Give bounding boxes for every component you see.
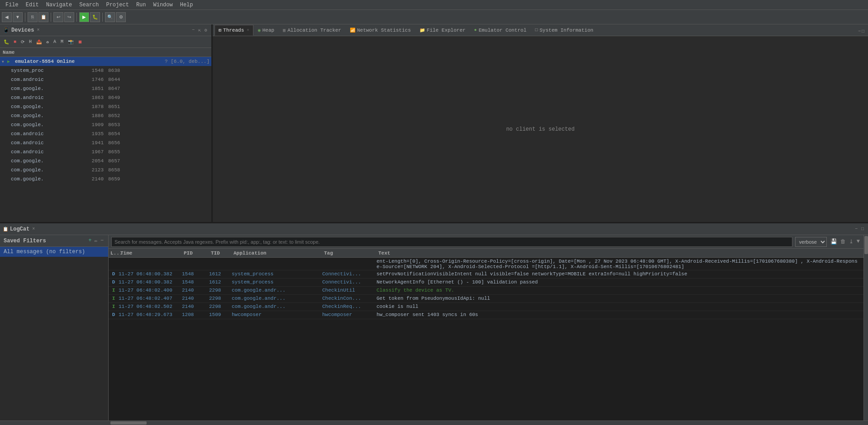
process-row-7[interactable]: com.androic 1935 8654 (0, 129, 211, 138)
tab-emulator-control[interactable]: ● Emulator Control (470, 25, 531, 36)
devices-list[interactable]: ▼ ▶ emulator-5554 Online ? [6.0, deb...]… (0, 57, 211, 222)
toolbar-paste-btn[interactable]: 📋 (38, 12, 48, 22)
process-row-5[interactable]: com.google. 1886 8652 (0, 111, 211, 120)
logcat-col-app: Application (232, 250, 322, 256)
log-text-6: hw_composer sent 1403 syncs in 60s (377, 312, 863, 317)
process-row-1[interactable]: com.androic 1746 8644 (0, 75, 211, 84)
process-pid-0: 1548 (81, 68, 108, 73)
menu-edit[interactable]: Edit (22, 1, 43, 9)
toolbar-copy-btn[interactable]: ⎘ (28, 12, 38, 22)
process-row-0[interactable]: system_proc 1548 8638 (0, 66, 211, 75)
toolbar-dropdown-btn[interactable]: ▼ (13, 12, 23, 22)
devices-expand-icon[interactable]: ⇱ (197, 27, 202, 33)
stop-process-btn[interactable]: ■ (12, 38, 18, 45)
process-port-10: 8657 (108, 158, 135, 164)
cause-gc-btn[interactable]: ♻ (44, 38, 51, 46)
saved-filters-header: Saved Filters + ✏ − (0, 235, 108, 247)
log-row-5[interactable]: I 11-27 06:48:02.502 2140 2298 com.googl… (109, 303, 863, 311)
update-heap-btn[interactable]: H (27, 38, 33, 45)
delete-filter-btn[interactable]: − (100, 237, 105, 244)
tab-threads-close[interactable]: × (247, 28, 249, 33)
log-row-4[interactable]: I 11-27 06:48:02.407 2140 2298 com.googl… (109, 295, 863, 303)
process-row-8[interactable]: com.androic 1941 8656 (0, 138, 211, 147)
debug-btn[interactable]: 🐛 (2, 38, 11, 46)
toolbar-settings-btn[interactable]: ⚙ (116, 12, 126, 22)
ddms-minimize-icon[interactable]: − (858, 29, 861, 34)
logcat-clear-icon[interactable]: 🗑 (839, 237, 847, 246)
method-profiling-btn[interactable]: M (59, 38, 65, 45)
menu-search[interactable]: Search (76, 1, 102, 9)
process-row-4[interactable]: com.google. 1878 8651 (0, 102, 211, 111)
allocation-btn[interactable]: A (52, 38, 58, 45)
process-row-2[interactable]: com.google. 1851 8647 (0, 84, 211, 93)
logcat-scrollbar[interactable] (863, 235, 868, 420)
tab-allocation[interactable]: ▦ Allocation Tracker (279, 25, 345, 36)
process-row-11[interactable]: com.google. 2123 8658 (0, 165, 211, 175)
process-name-1: com.androic (11, 77, 81, 82)
toolbar-debug-btn[interactable]: 🐛 (90, 12, 100, 22)
process-pid-3: 1863 (81, 95, 108, 100)
log-app-2: system_process (232, 279, 322, 285)
devices-panel-title: Devices (11, 27, 34, 33)
log-row-1[interactable]: D 11-27 06:48:00.382 1548 1612 system_pr… (109, 270, 863, 279)
device-expand-icon[interactable]: ▼ (2, 60, 7, 64)
logcat-scrollbar-thumb[interactable] (864, 236, 868, 254)
toolbar-undo-btn[interactable]: ↩ (53, 12, 63, 22)
logcat-window-maximize-icon[interactable]: □ (860, 226, 865, 232)
logcat-filter-icon[interactable]: ▼ (856, 237, 861, 246)
devices-close-btn[interactable]: × (37, 28, 39, 33)
add-filter-btn[interactable]: + (87, 237, 92, 244)
process-name-4: com.google. (11, 104, 81, 109)
toggle-display-btn[interactable]: 📸 (66, 38, 75, 46)
logcat-horizontal-scrollbar[interactable] (0, 420, 868, 425)
menu-file[interactable]: File (2, 1, 22, 9)
menu-window[interactable]: Window (149, 1, 176, 9)
dump-hprof-btn[interactable]: 📤 (34, 38, 43, 46)
process-row-6[interactable]: com.google. 1909 8653 (0, 120, 211, 129)
logcat-rows[interactable]: ent-Length=[0], Cross-Origin-Resource-Po… (109, 258, 863, 420)
devices-columns: Name (0, 48, 211, 57)
log-row-multiline-top[interactable]: ent-Length=[0], Cross-Origin-Resource-Po… (109, 258, 863, 270)
edit-filter-btn[interactable]: ✏ (94, 237, 99, 244)
menu-help[interactable]: Help (176, 1, 197, 9)
process-row-3[interactable]: com.androic 1863 8649 (0, 93, 211, 102)
ddms-maximize-icon[interactable]: □ (862, 29, 864, 34)
toolbar-search-btn[interactable]: 🔍 (105, 12, 115, 22)
logcat-verbose-select[interactable]: verbose debug info warn error (795, 237, 827, 247)
tab-heap[interactable]: ◉ Heap (254, 25, 278, 36)
log-row-6[interactable]: D 11-27 06:48:29.673 1208 1509 hwcompose… (109, 311, 863, 319)
log-row-2[interactable]: D 11-27 06:48:00.382 1548 1612 system_pr… (109, 279, 863, 287)
logcat-window-minimize-icon[interactable]: − (854, 226, 859, 232)
menu-project[interactable]: Project (102, 1, 132, 9)
process-row-10[interactable]: com.google. 2054 8657 (0, 156, 211, 165)
logcat-scroll-icon[interactable]: ⤓ (848, 237, 854, 246)
tab-system-info[interactable]: □ System Information (531, 25, 597, 36)
logcat-toolbar-icons: 💾 🗑 ⤓ ▼ (830, 237, 861, 246)
log-pid-4: 2140 (182, 295, 209, 301)
log-time-4: 11-27 06:48:02.407 (119, 295, 182, 301)
update-threads-btn[interactable]: ⟳ (19, 38, 26, 46)
logcat-close-btn[interactable]: × (32, 227, 35, 231)
devices-gear-icon[interactable]: ⚙ (203, 27, 209, 33)
tab-network[interactable]: 📶 Network Statistics (346, 25, 415, 36)
tab-threads[interactable]: ⊞ Threads × (215, 25, 253, 36)
stop-debug-btn[interactable]: ⏹ (76, 38, 84, 46)
process-pid-10: 2054 (81, 158, 108, 164)
devices-minimize-icon[interactable]: − (191, 27, 196, 33)
logcat-search-bar: verbose debug info warn error 💾 🗑 ⤓ ▼ (109, 235, 863, 249)
logcat-save-icon[interactable]: 💾 (830, 237, 838, 246)
log-tid-3: 2298 (209, 287, 232, 293)
tab-file-explorer[interactable]: 📁 File Explorer (415, 25, 470, 36)
process-row-12[interactable]: com.google. 2140 8659 (0, 175, 211, 184)
toolbar-redo-btn[interactable]: ↪ (64, 12, 74, 22)
menu-run[interactable]: Run (133, 1, 150, 9)
device-emulator-row[interactable]: ▼ ▶ emulator-5554 Online ? [6.0, deb...] (0, 57, 211, 66)
menu-navigate[interactable]: Navigate (43, 1, 76, 9)
process-row-9[interactable]: com.androic 1967 8655 (0, 147, 211, 156)
log-row-3[interactable]: I 11-27 06:48:02.400 2140 2298 com.googl… (109, 287, 863, 295)
logcat-search-input[interactable] (111, 237, 792, 247)
filter-all-messages[interactable]: All messages (no filters) (0, 247, 108, 257)
toolbar-back-btn[interactable]: ◀ (2, 12, 12, 22)
toolbar-build-btn[interactable]: ▶ (79, 12, 89, 22)
logcat-hscroll-thumb[interactable] (110, 421, 147, 425)
